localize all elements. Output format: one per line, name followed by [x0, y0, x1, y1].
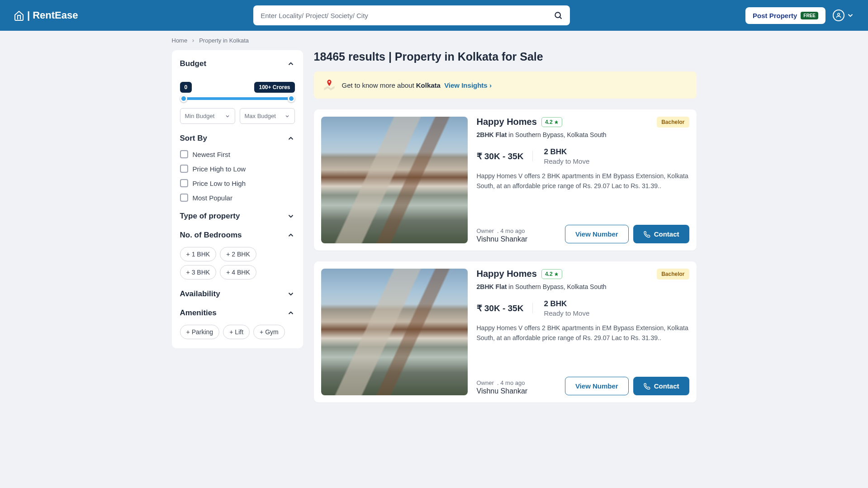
- view-number-button[interactable]: View Number: [565, 377, 629, 395]
- listing-top: Happy Homes4.2Bachelor: [477, 117, 689, 128]
- insight-prefix: Get to know more about: [342, 81, 416, 89]
- breadcrumb-current: Property in Kolkata: [199, 37, 249, 44]
- checkbox-icon: [180, 194, 188, 202]
- filter-type-header[interactable]: Type of property: [180, 212, 295, 221]
- listing-status: Ready to Move: [544, 157, 589, 165]
- filter-bedrooms: No. of Bedrooms +1 BHK +2 BHK +3 BHK +4 …: [180, 231, 295, 280]
- user-menu[interactable]: [833, 9, 854, 21]
- chip-label: 3 BHK: [192, 269, 210, 276]
- listing-image[interactable]: [321, 117, 468, 243]
- sort-label: Price Low to High: [193, 180, 246, 187]
- breadcrumb: Home Property in Kolkata: [172, 31, 697, 50]
- listing-title[interactable]: Happy Homes: [477, 117, 537, 127]
- svg-marker-4: [554, 120, 558, 123]
- listing-status: Ready to Move: [544, 309, 589, 317]
- max-budget-label: Max Budget: [245, 113, 276, 119]
- filter-title: Amenities: [180, 308, 217, 317]
- chevron-up-icon: [287, 231, 295, 239]
- header: |RentEase Post Property FREE: [0, 0, 868, 31]
- contact-button[interactable]: Contact: [633, 377, 689, 395]
- post-property-label: Post Property: [753, 12, 797, 19]
- filter-title: No. of Bedrooms: [180, 231, 242, 240]
- sort-label: Newest First: [193, 151, 230, 158]
- search-input[interactable]: [261, 12, 554, 19]
- brand-name: RentEase: [33, 9, 78, 21]
- owner-meta: Owner . 4 mo ago: [477, 227, 528, 234]
- listing-subtitle: 2BHK Flat in Southern Bypass, Kolkata So…: [477, 283, 689, 290]
- plus-icon: +: [186, 251, 190, 258]
- sort-option[interactable]: Newest First: [180, 150, 295, 158]
- plus-icon: +: [229, 328, 233, 336]
- bedroom-chip[interactable]: +2 BHK: [220, 247, 256, 261]
- bedroom-chip[interactable]: +1 BHK: [180, 247, 217, 261]
- rating-badge: 4.2: [541, 269, 562, 279]
- max-budget-select[interactable]: Max Budget: [240, 108, 295, 124]
- search-box[interactable]: [253, 5, 570, 25]
- filter-sort-header[interactable]: Sort By: [180, 134, 295, 143]
- phone-icon: [643, 383, 650, 390]
- bedroom-chip[interactable]: +3 BHK: [180, 265, 217, 280]
- results-section: 18465 results | Property in Kolkata for …: [314, 50, 697, 413]
- min-budget-select[interactable]: Min Budget: [180, 108, 235, 124]
- insight-link-label: View Insights: [444, 81, 488, 89]
- listing-body: Happy Homes4.2Bachelor2BHK Flat in South…: [477, 117, 689, 243]
- amenity-chip[interactable]: +Gym: [253, 325, 285, 339]
- slider-thumb-max[interactable]: [288, 95, 295, 102]
- breadcrumb-home[interactable]: Home: [172, 37, 188, 44]
- sort-label: Price High to Low: [193, 165, 246, 173]
- filter-availability-header[interactable]: Availability: [180, 289, 295, 298]
- min-budget-label: Min Budget: [185, 113, 215, 119]
- svg-marker-5: [554, 272, 558, 275]
- slider-thumb-min[interactable]: [180, 95, 187, 102]
- results-title: 18465 results | Property in Kolkata for …: [314, 50, 697, 63]
- filter-sort: Sort By Newest First Price High to Low P…: [180, 134, 295, 202]
- filter-type: Type of property: [180, 212, 295, 221]
- view-insights-link[interactable]: View Insights ›: [444, 81, 492, 89]
- plus-icon: +: [186, 328, 190, 336]
- listing-title[interactable]: Happy Homes: [477, 269, 537, 279]
- listing-top: Happy Homes4.2Bachelor: [477, 269, 689, 280]
- filter-title: Availability: [180, 289, 220, 298]
- checkbox-icon: [180, 179, 188, 187]
- amenity-chip[interactable]: +Parking: [180, 325, 220, 339]
- brand-logo[interactable]: |RentEase: [14, 9, 78, 21]
- plus-icon: +: [186, 269, 190, 276]
- listing-card: Happy Homes4.2Bachelor2BHK Flat in South…: [314, 261, 697, 403]
- filter-bedrooms-header[interactable]: No. of Bedrooms: [180, 231, 295, 240]
- budget-slider[interactable]: [180, 97, 295, 100]
- listing-footer: Owner . 4 mo agoVishnu ShankarView Numbe…: [477, 368, 689, 395]
- sort-option[interactable]: Price Low to High: [180, 179, 295, 187]
- chip-label: 1 BHK: [192, 251, 210, 258]
- listing-desc: Happy Homes V offers 2 BHK apartments in…: [477, 171, 689, 191]
- amenity-chip[interactable]: +Lift: [223, 325, 250, 339]
- sort-option[interactable]: Most Popular: [180, 194, 295, 202]
- checkbox-icon: [180, 150, 188, 158]
- contact-button[interactable]: Contact: [633, 225, 689, 243]
- bachelor-tag: Bachelor: [657, 117, 689, 128]
- checkbox-icon: [180, 165, 188, 173]
- bedroom-chip[interactable]: +4 BHK: [220, 265, 256, 280]
- sort-option[interactable]: Price High to Low: [180, 165, 295, 173]
- view-number-button[interactable]: View Number: [565, 225, 629, 243]
- insight-city: Kolkata: [416, 81, 441, 89]
- plus-icon: +: [226, 269, 230, 276]
- listing-price: ₹ 30K - 35K: [477, 303, 524, 313]
- filter-amenities-header[interactable]: Amenities: [180, 308, 295, 317]
- filter-title: Budget: [180, 59, 207, 68]
- plus-icon: +: [260, 328, 263, 336]
- chevron-right-icon: [191, 38, 195, 43]
- listing-body: Happy Homes4.2Bachelor2BHK Flat in South…: [477, 269, 689, 395]
- listing-metrics: ₹ 30K - 35K2 BHKReady to Move: [477, 299, 689, 317]
- chip-label: 4 BHK: [232, 269, 250, 276]
- post-property-button[interactable]: Post Property FREE: [745, 7, 825, 24]
- chip-label: Parking: [192, 328, 213, 336]
- header-right: Post Property FREE: [745, 7, 854, 24]
- filter-budget-header[interactable]: Budget: [180, 59, 295, 68]
- slider-labels: 0 100+ Crores: [180, 82, 295, 93]
- search-wrap: [87, 5, 736, 25]
- listing-image[interactable]: [321, 269, 468, 395]
- chevron-up-icon: [287, 134, 295, 142]
- search-icon[interactable]: [554, 11, 563, 20]
- listing-bhk: 2 BHK: [544, 299, 589, 308]
- svg-point-0: [555, 12, 561, 18]
